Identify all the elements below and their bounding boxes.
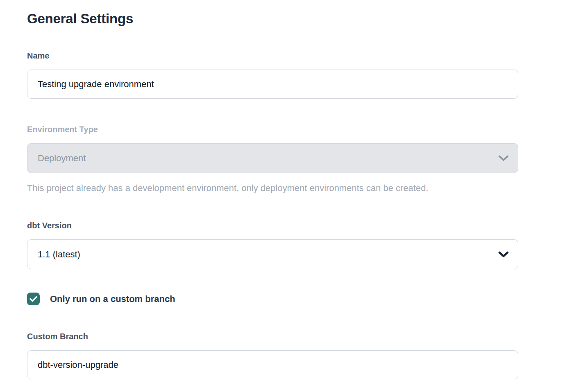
only-custom-branch-checkbox[interactable]: [27, 293, 40, 305]
chevron-down-icon: [498, 251, 509, 258]
dbt-version-select[interactable]: 1.1 (latest): [27, 239, 518, 269]
environment-type-field-group: Environment Type Deployment This project…: [27, 124, 518, 194]
name-field-group: Name: [27, 51, 518, 99]
chevron-down-icon: [498, 155, 509, 162]
environment-type-value: Deployment: [38, 153, 86, 164]
dbt-version-value: 1.1 (latest): [38, 249, 80, 260]
only-custom-branch-label: Only run on a custom branch: [50, 294, 175, 304]
custom-branch-input[interactable]: [27, 350, 518, 379]
custom-branch-field-group: Custom Branch: [27, 331, 518, 379]
check-icon: [29, 296, 37, 302]
environment-type-select: Deployment: [27, 143, 518, 173]
environment-type-helper-text: This project already has a development e…: [27, 182, 518, 194]
spacer: [27, 194, 518, 221]
page-title: General Settings: [27, 11, 518, 27]
name-label: Name: [27, 51, 518, 61]
name-input[interactable]: [27, 70, 518, 99]
spacer: [27, 269, 518, 293]
dbt-version-field-group: dbt Version 1.1 (latest): [27, 221, 518, 269]
environment-type-label: Environment Type: [27, 124, 518, 134]
spacer: [27, 99, 518, 124]
spacer: [27, 305, 518, 331]
only-custom-branch-row: Only run on a custom branch: [27, 293, 518, 305]
dbt-version-label: dbt Version: [27, 221, 518, 230]
general-settings-page: General Settings Name Environment Type D…: [0, 0, 576, 392]
custom-branch-label: Custom Branch: [27, 331, 518, 341]
